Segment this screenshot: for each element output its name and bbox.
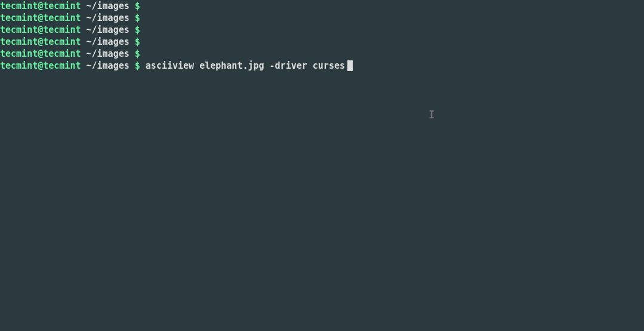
prompt-symbol: $ — [135, 12, 140, 24]
prompt-userhost: tecmint@tecmint — [0, 24, 81, 36]
terminal-line: tecmint@tecmint ~/images $ — [0, 24, 644, 36]
prompt-symbol: $ — [135, 48, 140, 60]
terminal-line: tecmint@tecmint ~/images $ — [0, 36, 644, 48]
terminal-line: tecmint@tecmint ~/images $ — [0, 48, 644, 60]
terminal-line: tecmint@tecmint ~/images $ — [0, 12, 644, 24]
terminal-output[interactable]: tecmint@tecmint ~/images $ tecmint@tecmi… — [0, 0, 644, 72]
prompt-symbol: $ — [135, 0, 140, 12]
prompt-symbol: $ — [135, 36, 140, 48]
terminal-line-active[interactable]: tecmint@tecmint ~/images $ asciiview ele… — [0, 60, 644, 72]
prompt-path: ~/images — [81, 60, 134, 72]
prompt-userhost: tecmint@tecmint — [0, 0, 81, 12]
prompt-userhost: tecmint@tecmint — [0, 12, 81, 24]
terminal-line: tecmint@tecmint ~/images $ — [0, 0, 644, 12]
prompt-userhost: tecmint@tecmint — [0, 48, 81, 60]
prompt-path: ~/images — [81, 24, 134, 36]
command-text: asciiview elephant.jpg -driver curses — [140, 60, 345, 72]
prompt-path: ~/images — [81, 48, 134, 60]
cursor-block — [347, 60, 353, 71]
prompt-symbol: $ — [135, 24, 140, 36]
prompt-path: ~/images — [81, 12, 134, 24]
prompt-symbol: $ — [135, 60, 140, 72]
prompt-userhost: tecmint@tecmint — [0, 36, 81, 48]
text-cursor-icon: I — [429, 109, 435, 121]
prompt-userhost: tecmint@tecmint — [0, 60, 81, 72]
prompt-path: ~/images — [81, 36, 134, 48]
prompt-path: ~/images — [81, 0, 134, 12]
